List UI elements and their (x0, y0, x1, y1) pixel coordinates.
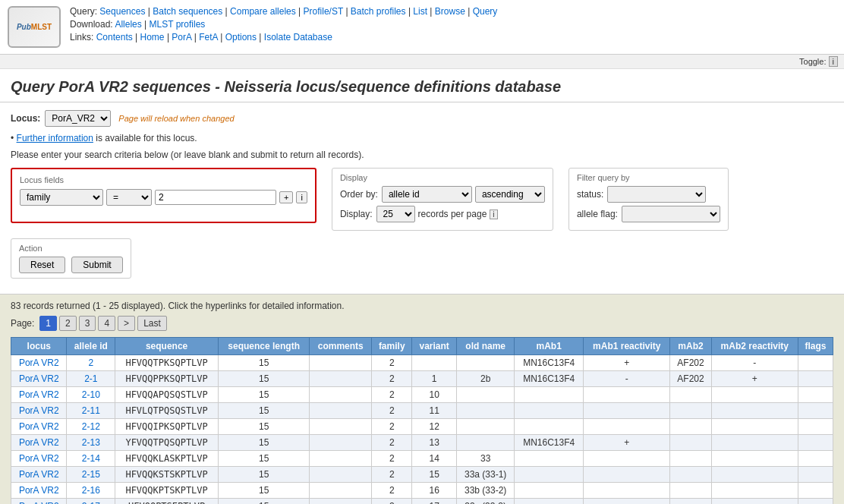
cell-6: 17 (412, 499, 457, 505)
reset-button[interactable]: Reset (19, 257, 65, 273)
cell-2: HFVQQPPKSQPTLVP (115, 371, 219, 387)
cell-9 (584, 387, 670, 403)
nav-browse[interactable]: Browse (435, 6, 465, 17)
nav-options[interactable]: Options (225, 32, 257, 43)
nav-contents[interactable]: Contents (96, 32, 133, 43)
allele-id-link[interactable]: 2-16 (82, 485, 100, 496)
cell-0[interactable]: PorA VR2 (11, 451, 67, 467)
allele-id-link[interactable]: 2 (89, 358, 94, 368)
nav-profile-st[interactable]: Profile/ST (304, 6, 343, 17)
cell-0[interactable]: PorA VR2 (11, 387, 67, 403)
sequence-value: HFVQQPPKSQPTLVP (125, 373, 207, 384)
locus-link[interactable]: PorA VR2 (19, 485, 59, 496)
records-info-icon[interactable]: i (490, 209, 497, 219)
page-3-button[interactable]: 3 (79, 316, 96, 331)
cell-1[interactable]: 2 (67, 355, 115, 371)
locus-fields-info-button[interactable]: i (296, 191, 307, 203)
cell-0[interactable]: PorA VR2 (11, 419, 67, 435)
direction-select[interactable]: ascending descending (475, 186, 545, 203)
page-last-button[interactable]: Last (137, 316, 167, 331)
locus-link[interactable]: PorA VR2 (19, 453, 59, 464)
cell-1[interactable]: 2-10 (67, 387, 115, 403)
locus-link[interactable]: PorA VR2 (19, 469, 59, 480)
cell-10 (670, 403, 711, 419)
cell-5: 2 (372, 499, 412, 505)
cell-5: 2 (372, 451, 412, 467)
cell-9: - (584, 371, 670, 387)
col-family: family (372, 338, 412, 355)
search-options-row: Locus fields family variant old name mAb… (11, 168, 833, 231)
allele-id-link[interactable]: 2-10 (82, 389, 100, 400)
nav-query[interactable]: Query (473, 6, 498, 17)
cell-0[interactable]: PorA VR2 (11, 403, 67, 419)
order-by-label: Order by: (340, 189, 378, 200)
cell-0[interactable]: PorA VR2 (11, 499, 67, 505)
cell-0[interactable]: PorA VR2 (11, 371, 67, 387)
further-info-link[interactable]: Further information (17, 133, 93, 143)
col-sequence: sequence (115, 338, 219, 355)
locus-link[interactable]: PorA VR2 (19, 373, 59, 384)
allele-id-link[interactable]: 2-15 (82, 469, 100, 480)
cell-1[interactable]: 2-17 (67, 499, 115, 505)
submit-button[interactable]: Submit (71, 257, 122, 273)
cell-1[interactable]: 2-13 (67, 435, 115, 451)
nav-list[interactable]: List (413, 6, 427, 17)
add-locus-field-button[interactable]: + (279, 191, 293, 203)
nav-alleles[interactable]: Alleles (115, 19, 141, 30)
allele-id-link[interactable]: 2-12 (82, 421, 100, 432)
cell-3: 15 (218, 355, 309, 371)
nav-home[interactable]: Home (140, 32, 165, 43)
data-table: locus allele id sequence sequence length… (11, 337, 833, 504)
cell-1[interactable]: 2-14 (67, 451, 115, 467)
order-by-select[interactable]: allele id sequence sequence length comme… (382, 186, 472, 203)
status-select[interactable]: good flagged (607, 186, 706, 203)
cell-5: 2 (372, 355, 412, 371)
sequence-value: YFVQQTPQSQPTLVP (125, 437, 207, 448)
cell-0[interactable]: PorA VR2 (11, 355, 67, 371)
page-4-button[interactable]: 4 (98, 316, 115, 331)
locus-link[interactable]: PorA VR2 (19, 421, 59, 432)
nav-isolate-database[interactable]: Isolate Database (264, 32, 332, 43)
cell-6: 11 (412, 403, 457, 419)
operator-select[interactable]: = contains starts with ends with < > (106, 189, 152, 206)
cell-0[interactable]: PorA VR2 (11, 435, 67, 451)
cell-0[interactable]: PorA VR2 (11, 483, 67, 499)
nav-feta[interactable]: FetA (199, 32, 218, 43)
locus-link[interactable]: PorA VR2 (19, 501, 59, 504)
page-2-button[interactable]: 2 (59, 316, 77, 331)
page-1-button[interactable]: 1 (39, 316, 57, 331)
locus-link[interactable]: PorA VR2 (19, 405, 59, 416)
nav-batch-profiles[interactable]: Batch profiles (351, 6, 406, 17)
allele-id-link[interactable]: 2-11 (82, 405, 100, 416)
allele-id-link[interactable]: 2-17 (82, 501, 100, 504)
cell-11 (711, 467, 798, 483)
cell-12 (798, 403, 833, 419)
allele-flag-select[interactable]: yes no (622, 206, 720, 222)
display-count-select[interactable]: 10 25 50 100 (376, 206, 415, 222)
locus-select[interactable]: PorA_VR2 (45, 110, 111, 127)
nav-pora[interactable]: PorA (172, 32, 191, 43)
nav-batch-sequences[interactable]: Batch sequences (153, 6, 222, 17)
links-nav-row: Links: Contents | Home | PorA | FetA | O… (70, 32, 497, 43)
page-next-button[interactable]: > (118, 316, 135, 331)
cell-1[interactable]: 2-11 (67, 403, 115, 419)
allele-id-link[interactable]: 2-14 (82, 453, 100, 464)
cell-0[interactable]: PorA VR2 (11, 467, 67, 483)
cell-4 (310, 483, 372, 499)
locus-link[interactable]: PorA VR2 (19, 437, 59, 448)
locus-link[interactable]: PorA VR2 (19, 358, 59, 368)
field-value-input[interactable] (155, 190, 276, 205)
locus-link[interactable]: PorA VR2 (19, 389, 59, 400)
toggle-info-link[interactable]: i (829, 56, 838, 67)
allele-id-link[interactable]: 2-13 (82, 437, 100, 448)
cell-8 (515, 483, 584, 499)
cell-1[interactable]: 2-16 (67, 483, 115, 499)
field-name-select[interactable]: family variant old name mAb1 mAb2 (20, 189, 103, 206)
allele-id-link[interactable]: 2-1 (84, 373, 97, 384)
nav-sequences[interactable]: Sequences (99, 6, 145, 17)
cell-1[interactable]: 2-15 (67, 467, 115, 483)
cell-1[interactable]: 2-12 (67, 419, 115, 435)
nav-compare-alleles[interactable]: Compare alleles (230, 6, 296, 17)
cell-1[interactable]: 2-1 (67, 371, 115, 387)
nav-mlst-profiles[interactable]: MLST profiles (150, 19, 206, 30)
